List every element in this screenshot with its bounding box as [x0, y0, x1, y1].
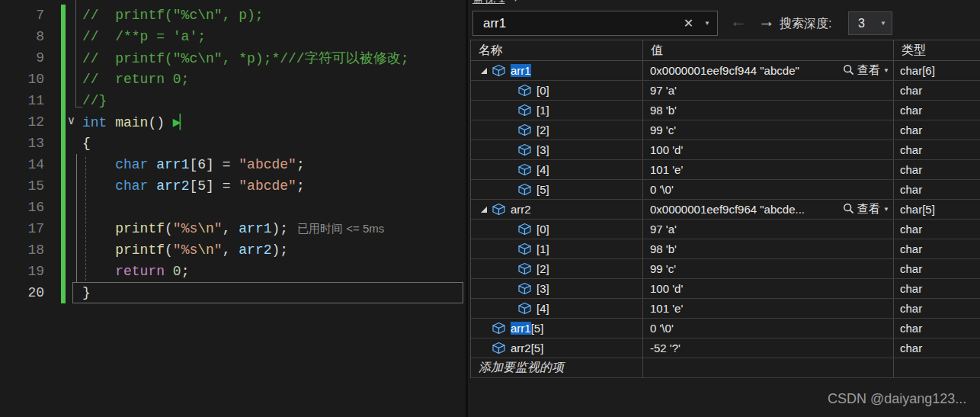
- code-line[interactable]: 16: [0, 197, 466, 218]
- code-line[interactable]: 19 return 0;: [0, 261, 466, 282]
- perf-tip: 已用时间 <= 5ms: [297, 222, 384, 235]
- watch-row[interactable]: [4]101 'e'char: [470, 299, 980, 319]
- code-line[interactable]: 10// return 0;: [0, 69, 466, 90]
- navigate-back-icon[interactable]: ←: [730, 11, 747, 31]
- watch-row[interactable]: arr20x0000001eef9cf964 "abcde...查看▼char[…: [470, 200, 980, 220]
- code-line[interactable]: 8// /**p = 'a';: [0, 26, 466, 47]
- variable-name: [1]: [536, 104, 549, 117]
- chevron-down-icon: ▼: [883, 67, 889, 74]
- watch-row[interactable]: [2]99 'c'char: [470, 120, 980, 140]
- watch-row[interactable]: [0]97 'a'char: [470, 81, 980, 101]
- line-number[interactable]: 13: [0, 136, 47, 151]
- fold-chevron-icon[interactable]: ∨: [67, 114, 75, 127]
- watch-row[interactable]: [1]98 'b'char: [470, 239, 980, 259]
- line-number[interactable]: 18: [0, 242, 47, 258]
- line-number[interactable]: 10: [0, 72, 47, 87]
- watch-row[interactable]: arr2[5]-52 '?'char: [470, 338, 980, 358]
- code-segment: // return 0;: [82, 72, 189, 87]
- add-watch-row[interactable]: 添加要监视的项: [470, 358, 980, 378]
- watch-table: 名称 值 类型 arr10x0000001eef9cf944 "abcde"查看…: [470, 40, 980, 378]
- value-cell: 101 'e': [643, 299, 894, 318]
- line-number[interactable]: 16: [0, 200, 47, 215]
- name-part: [0]: [536, 223, 549, 236]
- code-segment: \n: [197, 242, 214, 258]
- watch-tab-title[interactable]: 监视 1 ▼: [472, 0, 518, 7]
- column-header-value[interactable]: 值: [643, 40, 894, 60]
- variable-icon: [492, 64, 508, 77]
- line-number[interactable]: 17: [0, 221, 47, 236]
- variable-type: [894, 358, 980, 377]
- watch-row[interactable]: [3]100 'd'char: [470, 140, 980, 160]
- name-part: [1]: [536, 104, 549, 117]
- variable-type: char[6]: [894, 61, 980, 80]
- watch-row[interactable]: [1]98 'b'char: [470, 101, 980, 120]
- watch-search-input[interactable]: arr1 ✕ ▼: [472, 11, 718, 36]
- variable-name: arr1: [511, 64, 531, 77]
- view-value-button[interactable]: 查看▼: [843, 63, 893, 78]
- watch-row[interactable]: [3]100 'd'char: [470, 279, 980, 299]
- code-line[interactable]: 9// printf("%c\n", *p);*///字符可以被修改;: [0, 47, 466, 69]
- code-line[interactable]: 13{: [0, 133, 466, 154]
- variable-icon: [517, 302, 534, 315]
- code-segment: (: [165, 221, 173, 236]
- line-number[interactable]: 14: [0, 157, 47, 172]
- line-number[interactable]: 15: [0, 178, 47, 194]
- column-header-type[interactable]: 类型: [894, 40, 980, 60]
- line-number[interactable]: 19: [0, 264, 47, 279]
- variable-value: 0x0000001eef9cf964 "abcde...: [650, 203, 805, 216]
- name-cell: arr1: [471, 61, 643, 80]
- chevron-down-icon: ▼: [880, 20, 886, 27]
- watch-row[interactable]: [4]101 'e'char: [470, 160, 980, 180]
- line-number[interactable]: 12: [0, 114, 47, 130]
- expander-icon[interactable]: [481, 207, 487, 213]
- line-number[interactable]: 11: [0, 93, 47, 108]
- code-segment: [6] =: [189, 157, 239, 172]
- add-watch-label[interactable]: 添加要监视的项: [479, 360, 564, 376]
- code-segment: "abcde": [239, 178, 296, 194]
- line-number[interactable]: 7: [0, 8, 47, 23]
- name-cell: [2]: [471, 259, 643, 278]
- code-line[interactable]: 18 printf("%s\n", arr2);: [0, 239, 466, 261]
- variable-value: 101 'e': [650, 163, 683, 176]
- watch-row[interactable]: arr10x0000001eef9cf944 "abcde"查看▼char[6]: [470, 61, 980, 81]
- column-header-name[interactable]: 名称: [471, 40, 643, 60]
- variable-type: char: [894, 101, 980, 120]
- search-dropdown-icon[interactable]: ▼: [704, 20, 710, 27]
- code-line[interactable]: 20}: [0, 282, 466, 303]
- line-number[interactable]: 8: [0, 29, 47, 44]
- variable-value: 101 'e': [650, 302, 683, 315]
- search-depth-select[interactable]: 3 ▼: [848, 11, 892, 35]
- navigate-forward-icon[interactable]: →: [758, 11, 775, 31]
- line-number[interactable]: 20: [0, 285, 47, 300]
- code-line[interactable]: 12int main() ▶▏∨: [0, 111, 466, 133]
- watch-row[interactable]: arr1[5]0 '\0'char: [470, 319, 980, 338]
- view-value-button[interactable]: 查看▼: [843, 202, 893, 217]
- code-segment: "abcde": [239, 157, 296, 172]
- code-line[interactable]: 14 char arr1[6] = "abcde";: [0, 154, 466, 175]
- clear-search-icon[interactable]: ✕: [684, 16, 693, 30]
- name-cell: [1]: [471, 101, 643, 120]
- variable-type: char: [894, 239, 980, 258]
- variable-icon: [517, 143, 534, 156]
- name-part: [4]: [536, 163, 549, 176]
- code-text: // /**p = 'a';: [47, 29, 206, 44]
- expander-icon[interactable]: [481, 68, 487, 74]
- code-text: printf("%s\n", arr2);: [47, 242, 288, 258]
- value-cell: 99 'c': [643, 259, 894, 278]
- code-segment: [148, 178, 156, 194]
- code-line[interactable]: 11//}: [0, 90, 466, 111]
- watch-row[interactable]: [2]99 'c'char: [470, 259, 980, 279]
- code-line[interactable]: 15 char arr2[5] = "abcde";: [0, 175, 466, 197]
- value-cell: 99 'c': [643, 120, 894, 140]
- run-to-cursor-icon[interactable]: ▶▏: [173, 115, 187, 130]
- watch-row[interactable]: [5]0 '\0'char: [470, 180, 980, 200]
- code-editor[interactable]: 7// printf("%c\n", p);8// /**p = 'a';9//…: [0, 0, 466, 417]
- name-cell: [2]: [471, 120, 643, 140]
- name-part: arr2: [511, 203, 531, 216]
- line-number[interactable]: 9: [0, 50, 47, 66]
- code-segment: return: [115, 264, 165, 279]
- watch-row[interactable]: [0]97 'a'char: [470, 220, 980, 239]
- code-line[interactable]: 7// printf("%c\n", p);: [0, 5, 466, 26]
- view-label: 查看: [857, 63, 880, 78]
- code-line[interactable]: 17 printf("%s\n", arr1);已用时间 <= 5ms: [0, 218, 466, 239]
